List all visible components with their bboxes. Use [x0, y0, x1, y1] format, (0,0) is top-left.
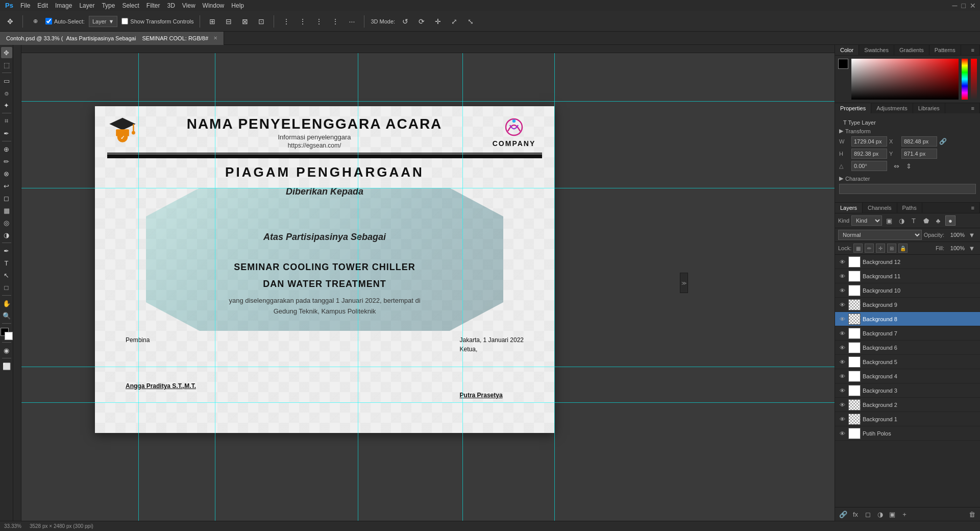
- canvas-area[interactable]: ✓ NAMA PENYELENGGARA ACARA Informasi pen…: [13, 45, 835, 521]
- layer-new-icon[interactable]: +: [899, 509, 910, 519]
- hand-tool[interactable]: ✋: [1, 298, 12, 309]
- auto-select-checkbox[interactable]: Auto-Select:: [45, 18, 85, 25]
- menu-edit[interactable]: Edit: [37, 2, 48, 9]
- layer-visibility-icon[interactable]: 👁: [838, 372, 846, 380]
- tab-properties[interactable]: Properties: [835, 103, 871, 113]
- layer-visibility-icon[interactable]: 👁: [838, 344, 846, 352]
- layer-visibility-icon[interactable]: 👁: [838, 415, 846, 423]
- dodge-tool[interactable]: ◑: [1, 229, 12, 240]
- distribute2-icon[interactable]: ⋮: [297, 15, 309, 28]
- y-input[interactable]: [901, 149, 937, 159]
- layer-visibility-icon[interactable]: 👁: [838, 272, 846, 280]
- tab-gradients[interactable]: Gradients: [894, 45, 929, 55]
- foreground-swatch[interactable]: [838, 59, 848, 69]
- layer-item[interactable]: 👁Background 12: [835, 255, 980, 269]
- gradient-tool[interactable]: ▦: [1, 205, 12, 216]
- eraser-tool[interactable]: ◻: [1, 192, 12, 204]
- close-icon[interactable]: ✕: [970, 2, 976, 10]
- align-left-icon[interactable]: ⊞: [206, 15, 218, 28]
- blur-tool[interactable]: ◎: [1, 217, 12, 228]
- tab-channels[interactable]: Channels: [863, 203, 897, 213]
- tab-libraries[interactable]: Libraries: [913, 103, 945, 113]
- layer-adjustment-icon[interactable]: ◑: [875, 509, 885, 519]
- zoom-tool[interactable]: 🔍: [1, 310, 12, 321]
- minimize-icon[interactable]: ─: [952, 2, 958, 10]
- ps-icon[interactable]: Ps: [4, 1, 13, 11]
- layer-item[interactable]: 👁Background 3: [835, 383, 980, 398]
- menu-window[interactable]: Window: [203, 2, 225, 9]
- character-input[interactable]: [839, 184, 976, 194]
- blend-mode-select[interactable]: Normal: [838, 230, 922, 240]
- lasso-tool[interactable]: ⌾: [1, 87, 12, 99]
- layer-item[interactable]: 👁Background 5: [835, 355, 980, 369]
- menu-help[interactable]: Help: [231, 2, 244, 9]
- eyedropper-tool[interactable]: ✒: [1, 128, 12, 139]
- show-transform-checkbox[interactable]: Show Transform Controls: [121, 18, 193, 25]
- distribute-icon[interactable]: ⋮: [280, 15, 292, 28]
- layer-visibility-icon[interactable]: 👁: [838, 301, 846, 309]
- align-top-icon[interactable]: ⊡: [255, 15, 267, 28]
- filter-type-icon[interactable]: T: [909, 215, 919, 226]
- tab-color[interactable]: Color: [835, 45, 859, 55]
- layer-mask-icon[interactable]: ◻: [863, 509, 873, 519]
- menu-file[interactable]: File: [20, 2, 30, 9]
- history-brush-tool[interactable]: ↩: [1, 180, 12, 191]
- fg-bg-colors[interactable]: [1, 328, 13, 340]
- 3d-pan-icon[interactable]: ✛: [432, 15, 444, 28]
- layer-visibility-icon[interactable]: 👁: [838, 286, 846, 295]
- tab-patterns[interactable]: Patterns: [929, 45, 961, 55]
- filter-shape-icon[interactable]: ⬟: [921, 215, 931, 226]
- filter-smart-icon[interactable]: ♣: [933, 215, 943, 226]
- 3d-slide-icon[interactable]: ⤢: [448, 15, 460, 28]
- 3d-rotate-icon[interactable]: ↺: [399, 15, 411, 28]
- move-tool-icon[interactable]: ✥: [4, 15, 16, 28]
- wand-tool[interactable]: ✦: [1, 100, 12, 111]
- menu-select[interactable]: Select: [122, 2, 139, 9]
- layer-item[interactable]: 👁Putih Polos: [835, 426, 980, 441]
- alpha-slider[interactable]: [971, 59, 977, 100]
- maximize-icon[interactable]: □: [962, 2, 966, 10]
- lock-all-icon[interactable]: 🔒: [898, 244, 908, 253]
- menu-image[interactable]: Image: [55, 2, 72, 9]
- menu-3d[interactable]: 3D: [167, 2, 175, 9]
- layer-item[interactable]: 👁Background 2: [835, 398, 980, 412]
- layer-item[interactable]: 👁Background 10: [835, 283, 980, 298]
- move-tool[interactable]: ✥: [1, 47, 12, 58]
- layers-list[interactable]: 👁Background 12👁Background 11👁Background …: [835, 255, 980, 507]
- screen-mode-tool[interactable]: ⬜: [1, 360, 12, 372]
- fill-arrow-icon[interactable]: ▼: [967, 243, 977, 253]
- filter-adjust-icon[interactable]: ◑: [896, 215, 906, 226]
- layer-visibility-icon[interactable]: 👁: [838, 401, 846, 409]
- layer-group-icon[interactable]: ▣: [887, 509, 897, 519]
- tab-paths[interactable]: Paths: [897, 203, 922, 213]
- background-color[interactable]: [5, 332, 13, 340]
- flip-h-icon[interactable]: ⇔: [891, 161, 901, 171]
- brush-tool[interactable]: ✏: [1, 156, 12, 167]
- layer-visibility-icon[interactable]: 👁: [838, 429, 846, 438]
- distribute3-icon[interactable]: ⋮: [313, 15, 325, 28]
- lock-image-icon[interactable]: ✏: [865, 244, 874, 253]
- distribute4-icon[interactable]: ⋮: [329, 15, 341, 28]
- 3d-scale-icon[interactable]: ⤡: [464, 15, 477, 28]
- layer-item[interactable]: 👁Background 11: [835, 269, 980, 283]
- marquee-tool[interactable]: ▭: [1, 75, 12, 86]
- lock-position-icon[interactable]: ✛: [876, 244, 885, 253]
- spot-heal-tool[interactable]: ⊕: [1, 143, 12, 155]
- tab-adjustments[interactable]: Adjustments: [871, 103, 913, 113]
- h-input[interactable]: [851, 149, 887, 159]
- menu-type[interactable]: Type: [102, 2, 115, 9]
- ellipsis-icon[interactable]: ···: [346, 15, 358, 28]
- tab-swatches[interactable]: Swatches: [859, 45, 894, 55]
- layer-dropdown[interactable]: Layer ▼: [89, 16, 117, 27]
- lock-transparent-icon[interactable]: ▦: [853, 244, 863, 253]
- move-options-icon[interactable]: ⊕: [29, 15, 41, 28]
- lock-artboard-icon[interactable]: ⊞: [887, 244, 896, 253]
- 3d-orbit-icon[interactable]: ⟳: [415, 15, 428, 28]
- menu-layer[interactable]: Layer: [79, 2, 94, 9]
- layer-fx-icon[interactable]: fx: [850, 509, 861, 519]
- align-right-icon[interactable]: ⊠: [239, 15, 251, 28]
- layers-panel-menu[interactable]: ≡: [966, 203, 980, 213]
- layer-visibility-icon[interactable]: 👁: [838, 329, 846, 337]
- angle-input[interactable]: [851, 161, 887, 171]
- layer-visibility-icon[interactable]: 👁: [838, 358, 846, 366]
